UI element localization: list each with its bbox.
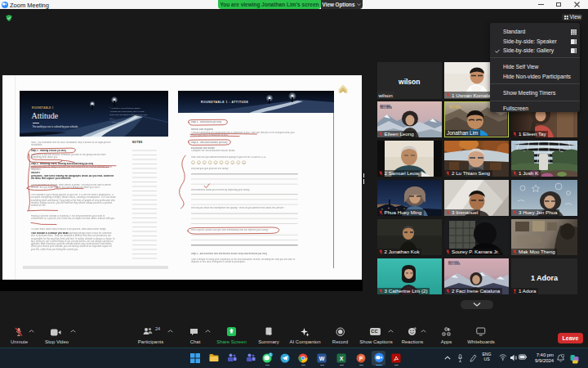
svg-text:W: W xyxy=(319,356,325,361)
svg-text:P: P xyxy=(359,356,363,361)
svg-text:1: 1 xyxy=(270,353,271,357)
svg-text:X: X xyxy=(340,356,344,361)
